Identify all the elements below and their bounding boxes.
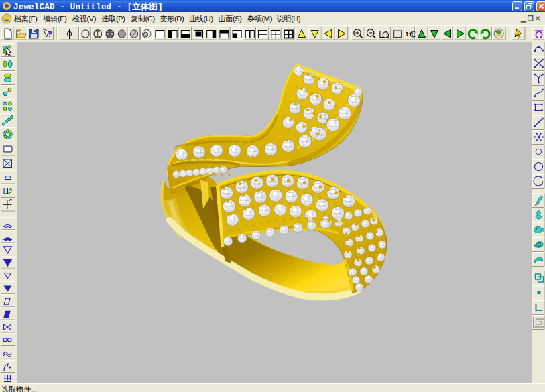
svg-text:?: ? <box>48 29 52 39</box>
